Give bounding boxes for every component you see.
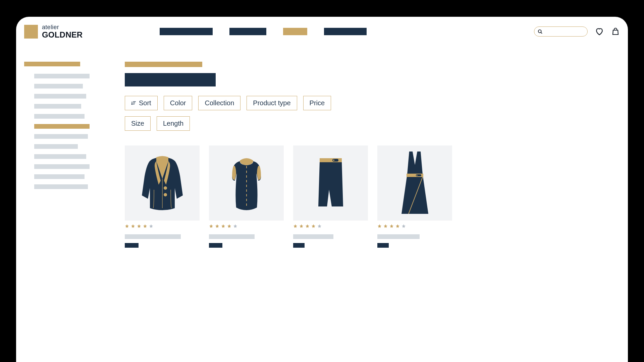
product-name	[125, 234, 181, 239]
product-card-blouse[interactable]	[209, 145, 284, 248]
filter-price[interactable]: Price	[303, 96, 331, 110]
sidebar	[24, 62, 91, 248]
nav-item-4[interactable]	[324, 28, 367, 35]
filter-collection[interactable]: Collection	[198, 96, 240, 110]
sidebar-item[interactable]	[34, 74, 90, 78]
sort-icon	[131, 101, 136, 106]
product-price	[125, 243, 139, 248]
nav-item-1[interactable]	[160, 28, 213, 35]
rating-stars	[293, 224, 368, 228]
product-card-skirt[interactable]	[293, 145, 368, 248]
product-price	[293, 243, 305, 248]
sidebar-item[interactable]	[34, 164, 90, 169]
sidebar-category-header[interactable]	[24, 62, 80, 66]
svg-point-6	[164, 186, 167, 190]
rating-stars	[209, 224, 284, 228]
product-image	[125, 145, 200, 221]
header: atelier GOLDNER	[16, 17, 509, 39]
logo-goldner: GOLDNER	[42, 31, 83, 39]
app-window: atelier GOLDNER	[16, 17, 509, 271]
product-image	[209, 145, 284, 221]
sidebar-item[interactable]	[34, 134, 88, 139]
product-card-dress[interactable]	[377, 145, 452, 248]
nav-item-3-active[interactable]	[283, 28, 307, 35]
sidebar-item[interactable]	[34, 174, 85, 179]
svg-rect-9	[320, 158, 342, 162]
sidebar-item[interactable]	[34, 114, 85, 119]
skirt-icon	[312, 156, 349, 210]
sidebar-item[interactable]	[34, 184, 88, 189]
filter-size[interactable]: Size	[125, 116, 151, 131]
blazer-icon	[141, 155, 184, 212]
logo-square-icon	[24, 25, 38, 39]
sort-label: Sort	[139, 99, 151, 107]
filter-product-type[interactable]: Product type	[247, 96, 297, 110]
sort-button[interactable]: Sort	[125, 96, 158, 110]
main: Sort Color Collection Product type Price…	[125, 62, 509, 248]
sidebar-item[interactable]	[34, 104, 81, 109]
filter-color[interactable]: Color	[164, 96, 193, 110]
product-name	[293, 234, 333, 239]
product-name	[377, 234, 420, 239]
svg-point-11	[333, 160, 334, 161]
logo-text: atelier GOLDNER	[42, 24, 83, 39]
product-price	[377, 243, 389, 248]
product-image	[377, 145, 452, 221]
main-nav	[160, 28, 367, 35]
sidebar-item[interactable]	[34, 84, 83, 88]
dress-icon	[396, 149, 433, 217]
blouse-icon	[225, 155, 268, 212]
filter-length[interactable]: Length	[157, 116, 190, 131]
sidebar-item-active[interactable]	[34, 124, 90, 129]
breadcrumb	[125, 62, 202, 67]
svg-point-14	[416, 175, 417, 176]
logo[interactable]: atelier GOLDNER	[24, 24, 83, 39]
page-title	[125, 73, 216, 86]
sidebar-item[interactable]	[34, 154, 86, 159]
filters: Sort Color Collection Product type Price…	[125, 96, 339, 131]
sidebar-item[interactable]	[34, 144, 78, 149]
sidebar-item[interactable]	[34, 94, 86, 99]
content: Sort Color Collection Product type Price…	[16, 39, 509, 248]
svg-point-7	[164, 193, 167, 196]
product-price	[209, 243, 222, 248]
product-name	[209, 234, 255, 239]
nav-item-2[interactable]	[229, 28, 266, 35]
logo-atelier: atelier	[42, 24, 83, 31]
rating-stars	[125, 224, 200, 228]
rating-stars	[377, 224, 452, 228]
product-grid	[125, 145, 509, 248]
product-card-blazer[interactable]	[125, 145, 200, 248]
product-image	[293, 145, 368, 221]
